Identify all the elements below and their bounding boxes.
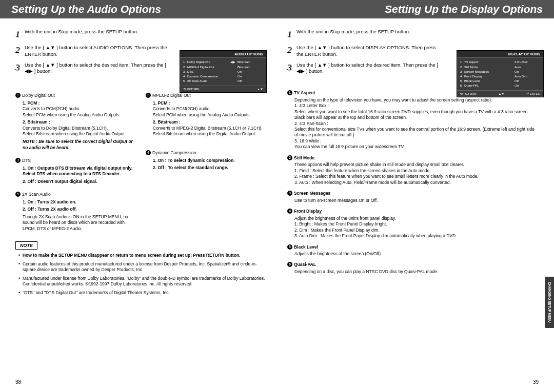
page-title-left: Setting Up the Audio Options xyxy=(0,0,277,18)
osd-audio-options: AUDIO OPTIONS 1Dolby Digital Out◀▶Bitstr… xyxy=(180,50,267,93)
step-1: 1With the unit in Stop mode, press the S… xyxy=(15,29,169,40)
step-r3: 3Use the [ ▲▼ ] button to select the des… xyxy=(287,62,441,75)
display-options-detail: 1TV Aspect Depending on the type of tele… xyxy=(287,90,539,275)
step-r2: 2Use the [ ▲▼ ] button to select DISPLAY… xyxy=(287,45,441,58)
step-3: 3Use the [ ▲▼ ] button to select the des… xyxy=(15,62,169,75)
page-left: Setting Up the Audio Options 1With the u… xyxy=(0,0,277,392)
page-number-left: 38 xyxy=(15,379,21,385)
col-left-2: 2MPEG-2 Digital Out 1. PCM :Converts to … xyxy=(146,93,267,233)
page-title-right: Setting Up the Display Options xyxy=(277,0,554,18)
step-2: 2Use the [ ▲▼ ] button to select AUDIO O… xyxy=(15,45,169,58)
page-right: Setting Up the Display Options 1With the… xyxy=(277,0,554,392)
section-tab: CHANGING SETUP MENU xyxy=(545,277,554,328)
step-r1: 1With the unit in Stop mode, press the S… xyxy=(287,29,441,40)
note-block: NOTE How to make the SETUP MENU disappea… xyxy=(15,241,267,296)
osd-display-options: DISPLAY OPTIONS 1TV Aspect4:3 L-Box 2Sti… xyxy=(457,50,544,97)
col-left-1: 1Dolby Digital Out 1. PCM :Converts to P… xyxy=(15,93,136,233)
page-number-right: 39 xyxy=(533,379,539,385)
